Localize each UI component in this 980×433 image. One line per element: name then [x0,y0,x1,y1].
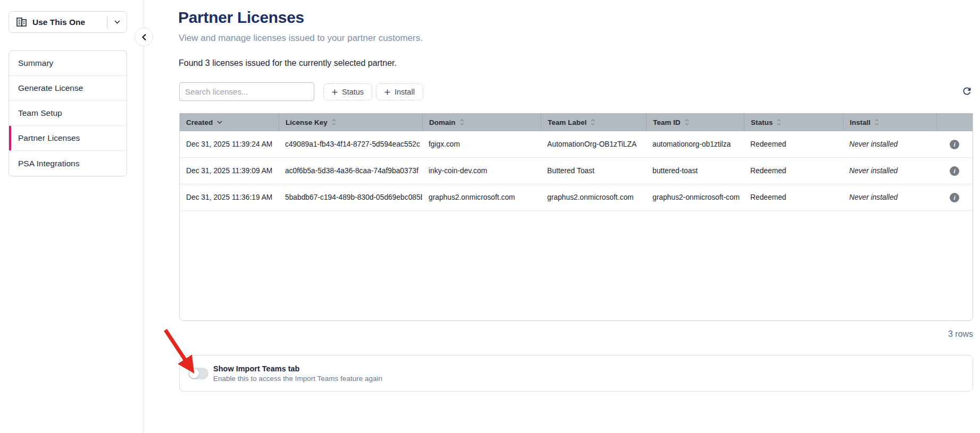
column-header-team-label[interactable]: Team Label [541,113,646,131]
sidebar-item-psa-integrations[interactable]: PSA Integrations [9,151,127,176]
cell-status: Redeemed [744,184,843,210]
cell-domain: inky-coin-dev.com [422,158,541,184]
column-header-created[interactable]: Created [180,113,279,131]
sidebar-item-partner-licenses[interactable]: Partner Licenses [9,126,127,151]
sidebar-divider [144,0,144,433]
buildings-icon [16,18,27,27]
column-label: Domain [429,118,456,126]
chevron-down-icon [217,121,222,124]
cell-status: Redeemed [744,158,843,184]
plus-icon [384,89,390,95]
refresh-icon [961,86,973,97]
sort-icon [777,119,781,125]
table-header-row: Created License Key Domain Team Label [180,113,973,131]
chevron-left-icon [141,33,147,41]
import-teams-toggle-card: Show Import Teams tab Enable this to acc… [179,355,973,392]
sort-icon [591,119,595,125]
install-filter-button[interactable]: Install [376,83,423,100]
info-icon[interactable]: i [950,166,959,176]
org-selector-caret[interactable] [107,20,127,24]
sidebar-nav: Summary Generate License Team Setup Part… [9,50,127,176]
sidebar-item-label: Summary [18,58,53,68]
cell-team-id: graphus2-onmicrosoft-com [646,184,744,210]
sidebar-item-label: PSA Integrations [18,159,79,168]
toggle-texts: Show Import Teams tab Enable this to acc… [213,364,382,383]
column-header-domain[interactable]: Domain [422,113,541,131]
toggle-knob [189,369,199,378]
org-selector-dropdown[interactable]: Use This One [9,11,127,33]
cell-created: Dec 31, 2025 11:39:09 AM [180,158,279,184]
column-label: License Key [286,118,328,126]
cell-install: Never installed [843,158,936,184]
info-icon[interactable]: i [950,193,959,202]
cell-team-id: buttered-toast [646,158,744,184]
chevron-down-icon [114,20,120,24]
sidebar-item-label: Team Setup [18,108,62,118]
column-label: Team ID [653,118,681,126]
info-icon[interactable]: i [950,140,959,149]
table-row[interactable]: Dec 31, 2025 11:39:24 AM c49089a1-fb43-4… [180,131,973,158]
table-empty-area [180,211,973,320]
cell-created: Dec 31, 2025 11:39:24 AM [180,131,279,157]
cell-created: Dec 31, 2025 11:36:19 AM [180,184,279,210]
filter-label: Install [395,88,415,96]
cell-actions: i [936,131,973,157]
sidebar-item-label: Partner Licenses [18,133,80,143]
sort-icon [875,119,879,125]
cell-actions: i [936,184,973,210]
cell-team-label: AutomationOrg-OB1zTiLZA [541,131,646,157]
row-count-label: 3 rows [179,329,973,339]
cell-install: Never installed [843,184,936,210]
column-label: Team Label [548,118,587,126]
cell-actions: i [936,158,973,184]
sort-icon [460,119,464,125]
org-selector-label: Use This One [32,18,85,27]
cell-license-key: ac0f6b5a-5d38-4a36-8caa-74af9ba0373f [279,158,422,184]
sidebar-item-label: Generate License [18,83,83,93]
filter-label: Status [342,88,364,96]
licenses-table: Created License Key Domain Team Label [179,113,973,321]
page-title: Partner Licenses [178,9,304,27]
table-row[interactable]: Dec 31, 2025 11:36:19 AM 5babdb67-c194-4… [180,184,973,211]
cell-domain: fgigx.com [422,131,541,157]
page-subtitle: View and manage licenses issued to your … [179,33,423,44]
sidebar-item-team-setup[interactable]: Team Setup [9,101,127,126]
plus-icon [332,89,338,95]
sort-icon [332,119,336,125]
status-filter-button[interactable]: Status [323,83,372,100]
column-label: Status [751,118,773,126]
column-label: Created [186,118,213,126]
cell-team-id: automationorg-ob1ztilza [646,131,744,157]
column-header-install[interactable]: Install [843,113,936,131]
active-indicator [9,126,11,150]
license-count-summary: Found 3 licenses issued for the currentl… [179,58,397,68]
cell-team-label: graphus2.onmicrosoft.com [541,184,646,210]
show-import-teams-toggle[interactable] [188,368,208,379]
cell-status: Redeemed [744,131,843,157]
refresh-button[interactable] [960,84,973,97]
cell-team-label: Buttered Toast [541,158,646,184]
column-label: Install [850,118,870,126]
column-header-team-id[interactable]: Team ID [646,113,744,131]
cell-license-key: c49089a1-fb43-4f14-8727-5d594eac552c [279,131,422,157]
column-header-license-key[interactable]: License Key [279,113,422,131]
column-header-actions [936,113,973,131]
search-input[interactable] [179,82,314,101]
cell-license-key: 5babdb67-c194-489b-830d-05d69ebc085b [279,184,422,210]
sidebar-item-generate-license[interactable]: Generate License [9,76,127,101]
cell-domain: graphus2.onmicrosoft.com [422,184,541,210]
cell-install: Never installed [843,131,936,157]
table-row[interactable]: Dec 31, 2025 11:39:09 AM ac0f6b5a-5d38-4… [180,158,973,184]
sidebar-item-summary[interactable]: Summary [9,51,127,76]
sidebar-collapse-button[interactable] [135,28,153,46]
toggle-title: Show Import Teams tab [213,364,382,373]
column-header-status[interactable]: Status [744,113,843,131]
sort-icon [685,119,689,125]
toggle-description: Enable this to access the Import Teams f… [213,375,382,383]
